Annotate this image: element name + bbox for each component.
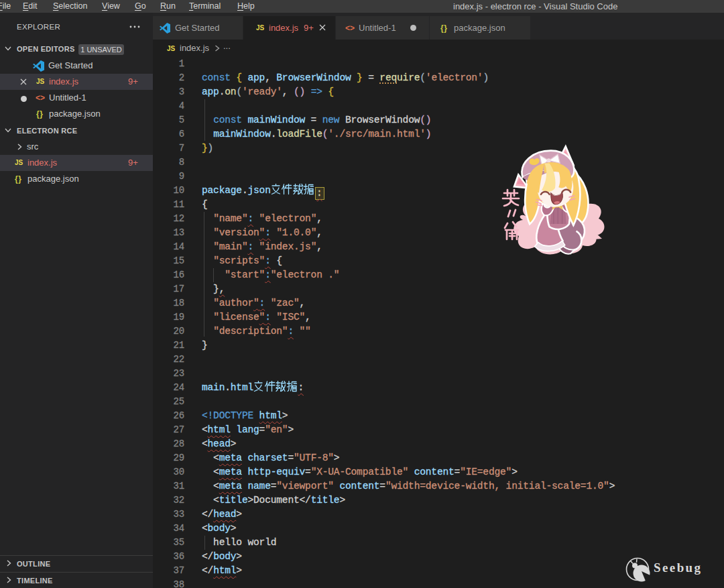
svg-text:Seebug: Seebug bbox=[654, 561, 702, 575]
